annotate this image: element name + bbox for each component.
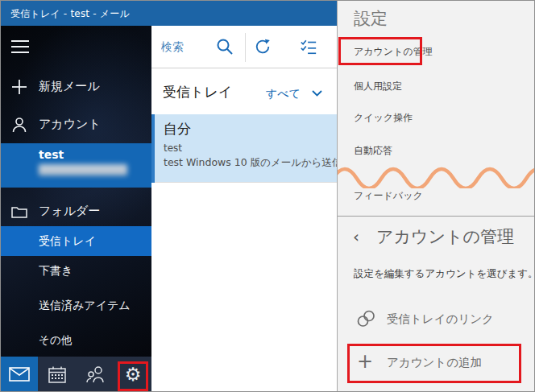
settings-item-feedback[interactable]: フィードバック [354, 189, 423, 203]
sync-icon[interactable] [254, 38, 272, 56]
account-name: test [39, 148, 64, 161]
message-list-toolbar [151, 26, 337, 68]
nav-calendar-button[interactable] [39, 357, 76, 392]
back-chevron-icon[interactable]: ‹ [353, 227, 359, 246]
new-mail-label: 新規メール [39, 79, 100, 94]
chevron-down-icon [311, 89, 323, 97]
mail-app-window: 受信トレイ - test - メール 新規メール アカウント test [0, 0, 535, 392]
settings-item-personalization[interactable]: 個人用設定 [354, 80, 402, 93]
folder-inbox-label: 受信トレイ [39, 234, 96, 249]
people-icon [85, 365, 105, 383]
email-selection-accent [151, 114, 155, 183]
plus-icon [10, 78, 28, 96]
message-list-pane: 受信トレイ すべて 自分 test test Windows 10 版のメールか… [151, 26, 337, 392]
sidebar-folder-more[interactable]: その他 [39, 333, 72, 348]
settings-item-quick-actions[interactable]: クイック操作 [354, 111, 413, 125]
filter-dropdown[interactable]: すべて [266, 85, 323, 101]
manage-accounts-title: アカウントの管理 [376, 225, 514, 248]
list-header: 受信トレイ すべて [151, 69, 337, 114]
nav-people-button[interactable] [77, 357, 114, 392]
person-icon [10, 116, 28, 134]
inbox-header: 受信トレイ [163, 83, 232, 101]
link-icon [355, 308, 376, 329]
bottom-nav-bar: ⚙ [1, 357, 151, 392]
search-icon[interactable] [216, 38, 234, 56]
manage-accounts-description: 設定を編集するアカウントを選びます。 [354, 267, 535, 281]
email-subject: test [164, 142, 182, 154]
toolbar-divider [245, 33, 246, 62]
calendar-icon [48, 366, 66, 383]
sidebar-folder-drafts[interactable]: 下書き [39, 264, 73, 279]
selection-mode-icon[interactable] [300, 38, 317, 56]
sidebar-folder-sent[interactable]: 送信済みアイテム [39, 299, 131, 313]
mail-icon [9, 367, 30, 382]
window-title: 受信トレイ - test - メール [10, 7, 130, 21]
sidebar-folder-inbox[interactable]: 受信トレイ [1, 226, 151, 256]
email-list-item[interactable]: 自分 test test Windows 10 版のメールから送信 [151, 114, 337, 183]
nav-settings-button[interactable]: ⚙ [114, 357, 151, 392]
sidebar-account-test[interactable]: test [1, 143, 151, 188]
accounts-label: アカウント [39, 117, 101, 132]
link-inboxes-label: 受信トレイのリンク [387, 312, 494, 327]
email-sender: 自分 [164, 120, 191, 138]
folder-icon [10, 203, 28, 221]
settings-section-divider [338, 216, 535, 217]
settings-panel: 設定 アカウントの管理 個人用設定 クイック操作 自動応答 フィードバック ‹ … [337, 1, 535, 392]
add-account-label: アカウントの追加 [387, 355, 482, 370]
titlebar: 受信トレイ - test - メール [1, 1, 337, 26]
email-preview: test Windows 10 版のメールから送信 [164, 156, 342, 170]
orange-wave-annotation [338, 156, 535, 188]
gear-icon: ⚙ [125, 365, 142, 384]
search-input[interactable] [161, 37, 213, 56]
blurred-email-address [39, 164, 127, 175]
filter-label: すべて [266, 87, 301, 100]
settings-title: 設定 [354, 7, 388, 30]
settings-item-manage-accounts[interactable]: アカウントの管理 [354, 45, 433, 59]
folders-label: フォルダー [39, 204, 100, 219]
hamburger-menu-icon[interactable] [11, 40, 29, 53]
sidebar: 新規メール アカウント test フォルダー 受信トレイ 下書き 送信済みアイテ… [1, 26, 151, 357]
plus-icon: + [357, 349, 373, 374]
nav-mail-button[interactable] [1, 357, 38, 392]
add-account-button[interactable]: + アカウントの追加 [338, 349, 535, 376]
link-inboxes-button[interactable]: 受信トレイのリンク [338, 305, 535, 332]
